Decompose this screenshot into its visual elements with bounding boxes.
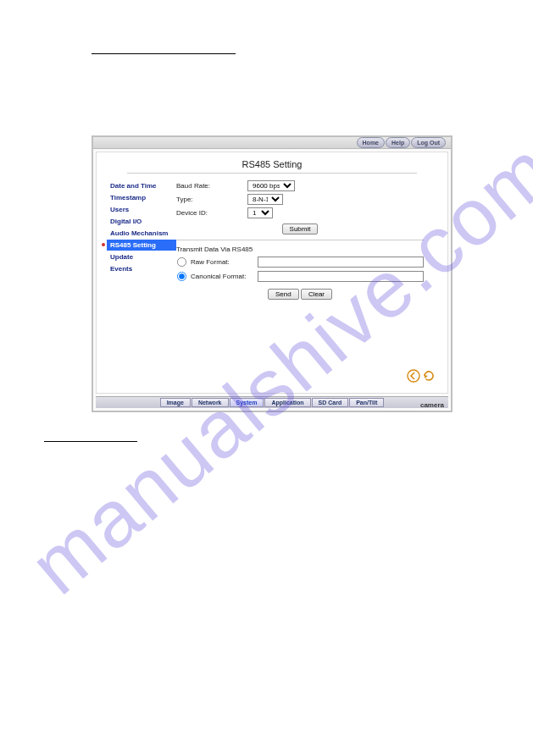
baud-rate-label: Baud Rate: [176, 182, 247, 190]
clear-button[interactable]: Clear [301, 289, 332, 300]
raw-format-option[interactable]: Raw Format: [176, 257, 258, 268]
raw-format-row: Raw Format: [176, 257, 424, 268]
tab-system[interactable]: System [230, 398, 264, 407]
tab-pan-tilt[interactable]: Pan/Tilt [349, 398, 384, 407]
home-button[interactable]: Home [357, 137, 385, 148]
baud-rate-row: Baud Rate: 9600 bps [176, 180, 424, 191]
canonical-format-label: Canonical Format: [191, 273, 246, 280]
sidebar-menu: Date and Time Timestamp Users Digital I/… [107, 180, 176, 300]
footer-camera-label: camera [420, 401, 444, 409]
main-settings: Baud Rate: 9600 bps Type: 8-N-1 Device I… [176, 180, 447, 300]
content-area: Date and Time Timestamp Users Digital I/… [97, 174, 447, 300]
sidebar-item-digital-io[interactable]: Digital I/O [107, 216, 176, 227]
panel-inner: RS485 Setting Date and Time Timestamp Us… [96, 152, 448, 394]
tab-network[interactable]: Network [192, 398, 229, 407]
sidebar-item-timestamp[interactable]: Timestamp [107, 192, 176, 203]
panel-header-bar: Home Help Log Out [93, 137, 451, 149]
submit-row: Submit [176, 223, 424, 235]
sidebar-item-audio-mechanism[interactable]: Audio Mechanism [107, 228, 176, 239]
type-label: Type: [176, 196, 247, 203]
settings-panel: Home Help Log Out RS485 Setting Date and… [92, 135, 452, 412]
bottom-horizontal-rule [44, 441, 137, 442]
top-button-group: Home Help Log Out [357, 137, 446, 148]
canonical-format-input[interactable] [258, 271, 424, 282]
canonical-format-option[interactable]: Canonical Format: [176, 271, 258, 282]
type-row: Type: 8-N-1 [176, 194, 424, 205]
tab-application[interactable]: Application [264, 398, 310, 407]
refresh-icon [422, 369, 436, 386]
help-button[interactable]: Help [386, 137, 410, 148]
type-select[interactable]: 8-N-1 [247, 194, 283, 205]
top-horizontal-rule [92, 53, 236, 54]
page-title: RS485 Setting [97, 152, 447, 169]
corner-logo [407, 369, 436, 386]
transmit-heading: Transmit Data Via RS485 [176, 246, 424, 253]
sidebar-item-events[interactable]: Events [107, 263, 176, 274]
bottom-tab-bar: Image Network System Application SD Card… [96, 396, 448, 408]
submit-button[interactable]: Submit [282, 223, 319, 235]
device-id-label: Device ID: [176, 209, 247, 217]
raw-format-radio[interactable] [177, 257, 186, 267]
tab-image[interactable]: Image [160, 398, 191, 407]
send-clear-row: Send Clear [176, 289, 424, 300]
canonical-format-radio[interactable] [177, 272, 186, 281]
sidebar-item-rs485-setting[interactable]: RS485 Setting [107, 240, 176, 251]
logout-button[interactable]: Log Out [411, 137, 446, 148]
sidebar-item-date-time[interactable]: Date and Time [107, 180, 176, 191]
svg-point-0 [408, 370, 419, 382]
baud-rate-select[interactable]: 9600 bps [247, 180, 295, 191]
canonical-format-row: Canonical Format: [176, 271, 424, 282]
device-id-select[interactable]: 1 [247, 207, 273, 218]
send-button[interactable]: Send [268, 289, 299, 300]
back-arrow-icon [407, 369, 420, 386]
sidebar-item-users[interactable]: Users [107, 204, 176, 215]
raw-format-input[interactable] [258, 257, 424, 268]
sidebar-item-update[interactable]: Update [107, 251, 176, 262]
section-divider [176, 240, 424, 240]
tab-sd-card[interactable]: SD Card [312, 398, 349, 407]
raw-format-label: Raw Format: [191, 258, 230, 266]
device-id-row: Device ID: 1 [176, 207, 424, 218]
